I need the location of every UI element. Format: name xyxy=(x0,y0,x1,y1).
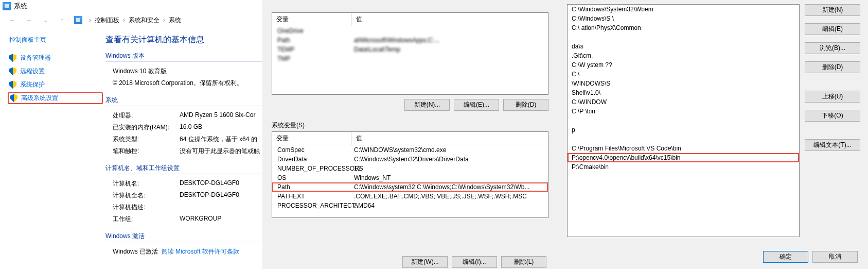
user-vars-body: OneDrivePathal\Microsoft\WindowsApps;C:.… xyxy=(272,26,548,94)
page-title: 查看有关计算机的基本信息 xyxy=(105,35,262,45)
windows-version: Windows 10 教育版 xyxy=(105,67,262,76)
var-name: TMP xyxy=(272,55,352,63)
window-title: 系统 xyxy=(14,2,27,11)
activation-status: Windows 已激活 阅读 Microsoft 软件许可条款 xyxy=(105,247,262,256)
new-button[interactable]: 新建(W)... xyxy=(402,256,448,268)
environment-variables-dialog: 变量 值 OneDrivePathal\Microsoft\WindowsApp… xyxy=(262,0,558,269)
sidebar-home-link[interactable]: 控制面板主页 xyxy=(8,36,103,44)
system-info-main: 查看有关计算机的基本信息 Windows 版本 Windows 10 教育版 ©… xyxy=(103,30,262,259)
list-item[interactable]: \WINDOWS\S xyxy=(568,79,799,88)
new-button[interactable]: 新建(N) xyxy=(805,4,860,16)
list-item[interactable]: P:\Cmake\bin xyxy=(568,162,799,172)
col-name[interactable]: 变量 xyxy=(272,132,352,145)
var-name: OneDrive xyxy=(272,27,352,35)
info-key: 处理器: xyxy=(113,111,180,120)
delete-button[interactable]: 删除(L) xyxy=(501,256,546,268)
var-value: 12 xyxy=(352,164,548,173)
col-value[interactable]: 值 xyxy=(352,13,548,26)
info-row: 计算机描述: xyxy=(105,203,262,212)
move-down-button[interactable]: 下移(O) xyxy=(805,110,860,122)
info-key: 计算机描述: xyxy=(113,203,180,212)
system-variables-table[interactable]: 变量 值 ComSpecC:\WINDOWS\system32\cmd.exeD… xyxy=(272,131,548,218)
table-row[interactable]: NUMBER_OF_PROCESSORS12 xyxy=(272,164,548,173)
var-name: ComSpec xyxy=(272,146,352,154)
section-windows-version: Windows 版本 xyxy=(105,52,262,62)
breadcrumb-item[interactable]: 控制面板 xyxy=(94,15,120,26)
breadcrumb-item[interactable]: 系统 xyxy=(168,15,182,26)
delete-button[interactable]: 删除(D) xyxy=(805,61,860,73)
up-button[interactable]: ↑ xyxy=(56,14,68,26)
var-name: Path xyxy=(272,183,352,191)
ok-button[interactable]: 确定 xyxy=(763,251,808,263)
var-name: OS xyxy=(272,174,352,182)
var-name: PATHEXT xyxy=(272,192,352,200)
sidebar-item-remote-settings[interactable]: 远程设置 xyxy=(8,65,103,77)
license-terms-link[interactable]: 阅读 Microsoft 软件许可条款 xyxy=(162,248,239,255)
list-item[interactable]: C:\P \bin xyxy=(568,107,799,116)
list-item[interactable] xyxy=(568,32,799,42)
breadcrumb[interactable]: › 控制面板 › 系统和安全 › 系统 xyxy=(87,15,182,26)
list-item[interactable]: C:\W ystem ?? xyxy=(568,60,799,70)
table-row[interactable]: PathC:\Windows\system32;C:\Windows;C:\Wi… xyxy=(272,182,548,192)
info-key: 计算机全名: xyxy=(113,191,180,200)
edit-text-button[interactable]: 编辑文本(T)... xyxy=(805,139,860,151)
copyright-text: © 2018 Microsoft Corporation。保留所有权利。 xyxy=(105,79,262,88)
list-item[interactable]: Shell\v1.0\ xyxy=(568,88,799,97)
back-button[interactable]: ← xyxy=(6,14,19,26)
delete-button[interactable]: 删除(D) xyxy=(503,99,548,111)
var-value xyxy=(352,55,548,63)
breadcrumb-item[interactable]: 系统和安全 xyxy=(128,15,161,26)
table-row[interactable]: PROCESSOR_ARCHITECT...AMD64 xyxy=(272,201,548,210)
table-row[interactable]: ComSpecC:\WINDOWS\system32\cmd.exe xyxy=(272,145,548,155)
list-item[interactable]: .Git\cm. xyxy=(568,51,799,60)
list-item[interactable]: C:\Program Files\Microsoft VS Code\bin xyxy=(568,144,799,153)
edit-button[interactable]: 编辑(E) xyxy=(805,23,860,35)
col-name[interactable]: 变量 xyxy=(272,13,352,26)
table-row[interactable]: TEMPData\Local\Temp xyxy=(272,45,548,54)
list-item[interactable]: C:\WINDOW xyxy=(568,97,799,107)
edit-environment-variable-dialog: C:\Windows\System32\WbemC:\Windows\S \C:… xyxy=(558,0,868,269)
list-item[interactable]: C:\ ation\PhysX\Common xyxy=(568,23,799,32)
var-name: NUMBER_OF_PROCESSORS xyxy=(272,164,352,173)
list-item[interactable]: p xyxy=(568,125,799,134)
recent-button[interactable]: ⌄ xyxy=(39,14,51,26)
list-item[interactable]: C:\ xyxy=(568,70,799,79)
new-button[interactable]: 新建(N)... xyxy=(404,99,450,111)
table-row[interactable]: OneDrive xyxy=(272,26,548,36)
cancel-button[interactable]: 取消 xyxy=(812,251,858,263)
info-value: DESKTOP-DGL4GF0 xyxy=(180,179,239,188)
system-variables-label: 系统变量(S) xyxy=(272,121,548,130)
browse-button[interactable]: 浏览(B)... xyxy=(805,42,860,54)
sidebar-item-advanced-system-settings[interactable]: 高级系统设置 xyxy=(8,92,103,104)
sidebar-item-system-protection[interactable]: 系统保护 xyxy=(8,79,103,91)
sidebar-item-device-manager[interactable]: 设备管理器 xyxy=(8,52,103,64)
col-value[interactable]: 值 xyxy=(352,132,548,145)
table-row[interactable]: Pathal\Microsoft\WindowsApps;C:... xyxy=(272,36,548,45)
var-value: C:\Windows\system32;C:\Windows;C:\Window… xyxy=(352,183,548,191)
list-item[interactable]: da\s xyxy=(568,42,799,51)
list-item[interactable]: P:\opencv4.0\opencv\build\x64\vc15\bin xyxy=(568,153,799,162)
info-row: 计算机名:DESKTOP-DGL4GF0 xyxy=(105,179,262,188)
forward-button[interactable]: → xyxy=(23,14,35,26)
var-value xyxy=(352,27,548,35)
shield-icon xyxy=(9,68,16,76)
table-row[interactable]: OSWindows_NT xyxy=(272,173,548,182)
chevron-right-icon: › xyxy=(87,16,93,24)
sidebar-item-label: 设备管理器 xyxy=(20,54,51,62)
info-value: 没有可用于此显示器的笔或触 xyxy=(180,147,260,156)
edit-button[interactable]: 编辑(E)... xyxy=(454,99,499,111)
user-variables-table[interactable]: 变量 值 OneDrivePathal\Microsoft\WindowsApp… xyxy=(272,12,548,95)
list-item[interactable] xyxy=(568,116,799,125)
list-item[interactable]: C:\Windows\S \ xyxy=(568,14,799,23)
path-list[interactable]: C:\Windows\System32\WbemC:\Windows\S \C:… xyxy=(567,4,800,237)
list-item[interactable] xyxy=(568,134,799,144)
table-row[interactable]: PATHEXT.COM;.EXE;.BAT;.CMD;.VBS;.VBE;.JS… xyxy=(272,192,548,201)
var-name: TEMP xyxy=(272,45,352,54)
move-up-button[interactable]: 上移(U) xyxy=(805,91,860,103)
list-item[interactable]: C:\Windows\System32\Wbem xyxy=(568,5,799,14)
info-value: AMD Ryzen 5 1600 Six-Cor xyxy=(180,111,255,120)
edit-button[interactable]: 编辑(I)... xyxy=(452,256,497,268)
table-row[interactable]: TMP xyxy=(272,54,548,63)
var-value: C:\WINDOWS\system32\cmd.exe xyxy=(352,146,548,154)
table-row[interactable]: DriverDataC:\Windows\System32\Drivers\Dr… xyxy=(272,155,548,164)
